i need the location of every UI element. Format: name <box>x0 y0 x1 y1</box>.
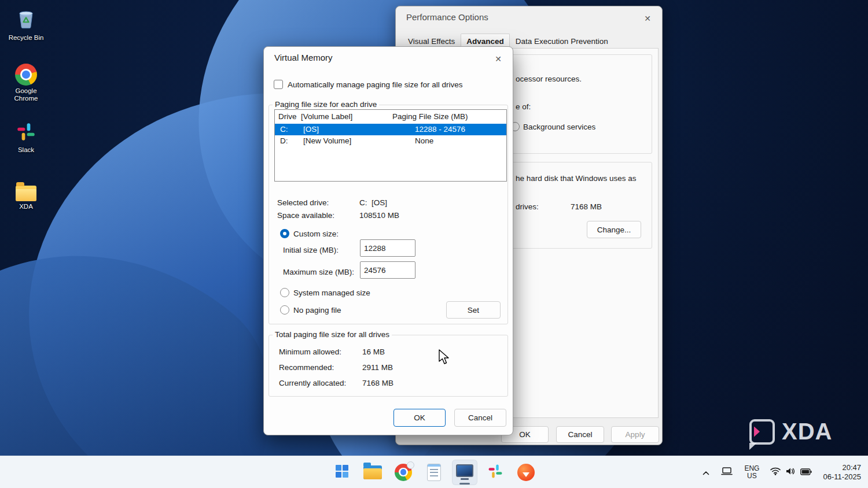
currently-allocated-value: 7168 MB <box>362 379 393 387</box>
column-header-size: Paging File Size (MB) <box>392 112 468 121</box>
recommended-value: 2911 MB <box>362 363 393 372</box>
best-performance-text: e of: <box>516 102 531 111</box>
initial-size-label: Initial size (MB): <box>283 246 339 254</box>
virtual-memory-dialog: Virtual Memory ✕ Automatically manage pa… <box>263 46 513 435</box>
desktop-icon-google-chrome[interactable]: Google Chrome <box>5 64 47 102</box>
time-text: 20:47 <box>842 463 861 472</box>
close-icon[interactable]: ✕ <box>490 51 507 66</box>
desktop-icon-label: XDA <box>19 203 33 210</box>
quick-settings-button[interactable] <box>768 461 814 484</box>
desktop-icon-xda-folder[interactable]: XDA <box>5 182 47 210</box>
xda-watermark-text: XDA <box>782 419 832 445</box>
initial-size-input[interactable] <box>360 239 415 257</box>
maximum-size-label: Maximum size (MB): <box>283 268 354 276</box>
taskbar: ENG US <box>0 456 868 488</box>
xda-logo-icon <box>749 419 775 445</box>
desktop-icon-slack[interactable]: Slack <box>5 121 47 154</box>
show-hidden-icons-button[interactable] <box>700 461 712 484</box>
folder-icon <box>16 186 36 201</box>
battery-icon <box>800 467 812 478</box>
taskbar-brave[interactable] <box>513 460 539 485</box>
cancel-button[interactable]: Cancel <box>556 426 604 443</box>
chevron-up-icon <box>703 467 709 478</box>
taskbar-system-properties[interactable] <box>452 460 477 485</box>
drive-paging-size: None <box>415 136 433 145</box>
auto-manage-checkbox[interactable] <box>274 80 283 89</box>
system-properties-icon <box>456 464 473 477</box>
set-button[interactable]: Set <box>446 301 501 319</box>
drive-volume: [New Volume] <box>303 136 351 145</box>
desktop-icon-label: Google Chrome <box>5 87 47 102</box>
taskbar-notepad[interactable] <box>421 460 447 485</box>
total-paging-group: Total paging file size for all drives Mi… <box>269 335 508 397</box>
minimum-allowed-label: Minimum allowed: <box>279 347 341 356</box>
laptop-icon <box>721 467 733 478</box>
chrome-icon <box>15 64 37 86</box>
tab-data-execution-prevention[interactable]: Data Execution Prevention <box>510 34 614 50</box>
apply-button[interactable]: Apply <box>611 426 659 443</box>
recommended-label: Recommended: <box>279 363 334 372</box>
system-managed-radio[interactable] <box>280 288 289 297</box>
dialog-title: Virtual Memory <box>274 53 333 62</box>
paging-drives-value: 7168 MB <box>571 202 602 211</box>
wifi-icon <box>770 467 781 478</box>
no-paging-file-label: No paging file <box>293 306 341 315</box>
notepad-icon <box>427 464 441 481</box>
system-managed-label: System managed size <box>293 289 370 297</box>
recycle-bin-icon <box>14 7 38 32</box>
desktop-icon-label: Slack <box>18 146 34 154</box>
desktop-icon-label: Recycle Bin <box>9 34 44 42</box>
space-available-label: Space available: <box>277 211 334 220</box>
tray-device-button[interactable] <box>718 461 735 484</box>
taskbar-file-explorer[interactable] <box>360 460 385 485</box>
paging-drives-label: drives: <box>516 202 539 211</box>
language-switcher[interactable]: ENG US <box>741 461 762 484</box>
taskbar-slack[interactable] <box>483 460 508 485</box>
selected-drive-label: Selected drive: <box>277 198 329 207</box>
slack-icon <box>487 463 503 482</box>
no-paging-file-radio[interactable] <box>280 305 289 315</box>
taskbar-app-icons <box>329 456 539 488</box>
dialog-title: Performance Options <box>406 12 488 22</box>
total-paging-group-label: Total paging file size for all drives <box>273 330 392 339</box>
windows-start-icon <box>335 464 349 480</box>
close-icon[interactable]: ✕ <box>639 11 656 26</box>
change-button[interactable]: Change... <box>587 221 641 238</box>
speaker-icon <box>785 467 796 478</box>
drive-listbox: Drive [Volume Label] Paging File Size (M… <box>274 109 507 182</box>
cancel-button[interactable]: Cancel <box>454 409 506 427</box>
chrome-profile-badge <box>407 461 414 469</box>
paging-file-group: Paging file size for each drive Drive [V… <box>269 105 508 324</box>
xda-watermark: XDA <box>749 419 832 445</box>
maximum-size-input[interactable] <box>360 261 415 279</box>
taskbar-chrome[interactable] <box>391 460 416 485</box>
file-explorer-icon <box>363 465 382 479</box>
custom-size-label: Custom size: <box>293 230 339 238</box>
slack-icon <box>16 121 36 145</box>
date-text: 06-11-2025 <box>823 472 861 482</box>
ok-button[interactable]: OK <box>393 409 446 427</box>
system-tray: ENG US <box>700 456 865 488</box>
hard-disk-text: he hard disk that Windows uses as <box>516 174 637 183</box>
drive-volume: [OS] <box>303 125 319 134</box>
brave-icon <box>517 464 535 481</box>
language-line1: ENG <box>744 465 759 472</box>
desktop-icon-recycle-bin[interactable]: Recycle Bin <box>5 7 47 42</box>
column-header-drive: Drive [Volume Label] <box>278 112 352 121</box>
custom-size-radio[interactable] <box>280 229 289 238</box>
selected-drive-value: C: [OS] <box>359 198 387 207</box>
space-available-value: 108510 MB <box>359 211 399 220</box>
drive-letter: C: <box>280 125 288 134</box>
currently-allocated-label: Currently allocated: <box>279 379 346 387</box>
drive-paging-size: 12288 - 24576 <box>415 125 465 134</box>
drive-row-c[interactable]: C: [OS] 12288 - 24576 <box>275 124 506 135</box>
auto-manage-label: Automatically manage paging file size fo… <box>288 80 462 89</box>
minimum-allowed-value: 16 MB <box>362 347 385 356</box>
drive-row-d[interactable]: D: [New Volume] None <box>275 135 506 147</box>
drive-letter: D: <box>280 136 288 145</box>
language-line2: US <box>747 472 757 480</box>
paging-file-group-label: Paging file size for each drive <box>273 100 379 109</box>
clock[interactable]: 20:47 06-11-2025 <box>820 461 865 484</box>
start-button[interactable] <box>329 460 355 485</box>
processor-resources-text: ocessor resources. <box>516 75 582 83</box>
